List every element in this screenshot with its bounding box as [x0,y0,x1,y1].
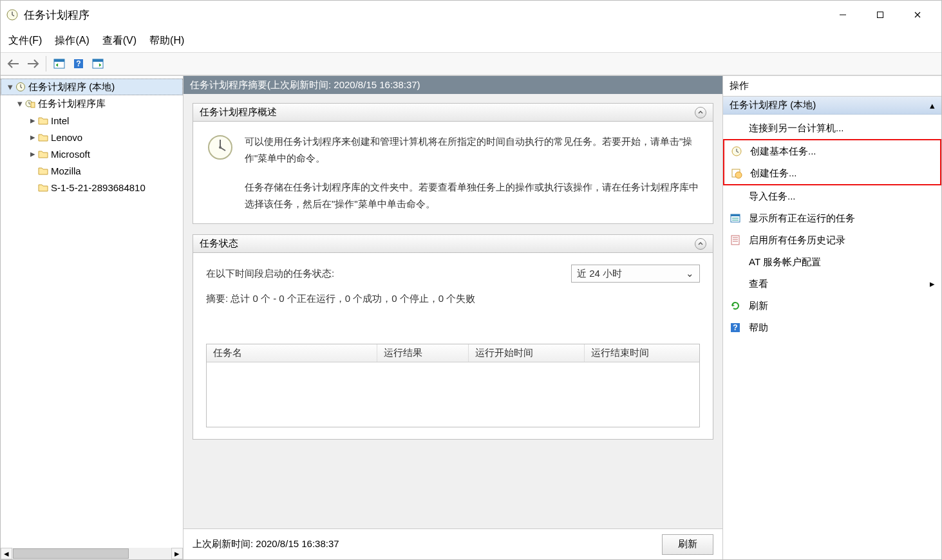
actions-pane: 操作 任务计划程序 (本地) ▴ 连接到另一台计算机... 创建基本任务... [722,76,941,559]
chevron-down-icon[interactable]: ▾ [15,98,25,109]
status-period-label: 在以下时间段启动的任务状态: [206,268,334,280]
svg-rect-1 [878,12,883,18]
actions-scope-header[interactable]: 任务计划程序 (本地) ▴ [723,97,941,115]
app-window: 任务计划程序 文件(F) 操作(A) 查看(V) 帮助(H) ? ▾ 任务计划程… [0,0,942,560]
tree-root[interactable]: ▾ 任务计划程序 (本地) [1,79,183,95]
running-tasks-icon [730,212,741,224]
tree-root-label: 任务计划程序 (本地) [28,81,115,93]
menu-operate[interactable]: 操作(A) [55,34,89,48]
overview-p2: 任务存储在任务计划程序库的文件夹中。若要查看单独任务上的操作或执行该操作，请在任… [245,179,700,212]
folder-icon [38,149,48,158]
tree-horizontal-scrollbar[interactable]: ◂ ▸ [1,548,183,559]
nav-tree[interactable]: ▾ 任务计划程序 (本地) ▾ 任务计划程序库 ▸ Intel ▸ Lenovo… [1,76,184,559]
action-label: 连接到另一台计算机... [749,122,844,135]
last-refresh-label: 上次刷新时间: 2020/8/15 16:38:37 [193,538,339,550]
center-scroll[interactable]: 任务计划程序概述 可以使用任务计划程序来创建和管理计算机将在所指定的时间自动执行… [184,94,722,528]
tree-item-sid[interactable]: S-1-5-21-2893684810 [1,179,183,196]
main-content: ▾ 任务计划程序 (本地) ▾ 任务计划程序库 ▸ Intel ▸ Lenovo… [1,75,941,559]
col-result[interactable]: 运行结果 [377,344,469,362]
toolbar-panel-2-icon[interactable] [89,55,107,73]
action-at-config[interactable]: AT 服务帐户配置 [723,251,941,273]
tree-item-label: S-1-5-21-2893684810 [51,182,146,193]
toolbar-panel-1-icon[interactable] [50,55,68,73]
refresh-button[interactable]: 刷新 [662,534,713,555]
overview-group-header[interactable]: 任务计划程序概述 [193,104,713,122]
back-button[interactable] [5,55,23,73]
tree-library[interactable]: ▾ 任务计划程序库 [1,95,183,112]
blank-icon [730,278,741,290]
scroll-thumb[interactable] [13,548,129,559]
svg-rect-17 [731,214,740,216]
action-label: 创建基本任务... [750,145,816,158]
svg-rect-7 [93,59,103,62]
scroll-right-arrow-icon[interactable]: ▸ [171,548,183,559]
col-start[interactable]: 运行开始时间 [469,344,584,362]
clock-icon [15,82,26,92]
period-combobox[interactable]: 近 24 小时 ⌄ [571,265,700,283]
action-refresh[interactable]: 刷新 [723,295,941,317]
svg-text:?: ? [733,323,737,332]
collapse-up-icon[interactable] [695,238,706,250]
tree-item-intel[interactable]: ▸ Intel [1,112,183,129]
forward-button[interactable] [24,55,42,73]
folder-icon [38,183,48,192]
chevron-down-icon: ⌄ [686,268,694,279]
svg-rect-3 [54,59,64,62]
tree-item-mozilla[interactable]: Mozilla [1,162,183,179]
menu-file[interactable]: 文件(F) [8,34,42,48]
tree-item-microsoft[interactable]: ▸ Microsoft [1,145,183,162]
toolbar: ? [1,52,941,75]
create-task-icon [731,167,742,179]
tree-item-label: Mozilla [51,165,81,176]
action-enable-history[interactable]: 启用所有任务历史记录 [723,229,941,251]
scroll-left-arrow-icon[interactable]: ◂ [1,548,12,559]
close-button[interactable] [899,3,936,26]
toolbar-separator [46,56,46,71]
action-label: 导入任务... [749,191,796,203]
action-help[interactable]: ? 帮助 [723,317,941,339]
svg-text:?: ? [76,59,80,68]
action-connect[interactable]: 连接到另一台计算机... [723,117,941,139]
refresh-button-label: 刷新 [678,538,697,550]
create-basic-task-icon [731,145,742,157]
chevron-right-icon[interactable]: ▸ [28,115,38,126]
maximize-button[interactable] [862,3,899,26]
col-end[interactable]: 运行结束时间 [585,344,699,362]
menu-view[interactable]: 查看(V) [102,34,137,48]
action-show-running[interactable]: 显示所有正在运行的任务 [723,207,941,229]
window-controls [824,3,936,26]
status-group-header[interactable]: 任务状态 [193,235,713,253]
overview-text: 可以使用任务计划程序来创建和管理计算机将在所指定的时间自动执行的常见任务。若要开… [245,133,700,212]
menu-help[interactable]: 帮助(H) [149,34,184,48]
refresh-icon [730,300,741,312]
collapse-up-icon[interactable]: ▴ [930,100,935,111]
overview-title: 任务计划程序概述 [200,106,277,118]
help-icon: ? [730,322,741,333]
status-period-row: 在以下时间段启动的任务状态: 近 24 小时 ⌄ [206,265,700,283]
minimize-button[interactable] [824,3,862,26]
status-title: 任务状态 [200,238,238,250]
summary-header: 任务计划程序摘要(上次刷新时间: 2020/8/15 16:38:37) [184,76,722,94]
action-label: 创建任务... [750,167,797,180]
folder-icon [38,133,48,142]
chevron-right-icon[interactable]: ▸ [28,131,38,143]
action-view[interactable]: 查看 ▸ [723,273,941,295]
action-create-basic[interactable]: 创建基本任务... [724,140,940,162]
tree-item-label: Intel [51,115,69,126]
action-label: 显示所有正在运行的任务 [749,212,855,225]
chevron-right-icon[interactable]: ▸ [28,148,38,160]
blank-icon [730,191,741,202]
svg-point-12 [219,146,221,149]
action-import[interactable]: 导入任务... [723,185,941,207]
period-value: 近 24 小时 [577,268,622,280]
action-label: 刷新 [749,300,768,312]
collapse-up-icon[interactable] [695,107,706,118]
col-task-name[interactable]: 任务名 [207,344,377,362]
chevron-down-icon[interactable]: ▾ [5,81,15,93]
toolbar-help-icon[interactable]: ? [70,55,88,73]
svg-point-15 [735,172,742,178]
window-title: 任务计划程序 [24,8,824,23]
action-create-task[interactable]: 创建任务... [724,162,940,184]
tree-item-lenovo[interactable]: ▸ Lenovo [1,129,183,145]
folder-icon [38,116,48,125]
